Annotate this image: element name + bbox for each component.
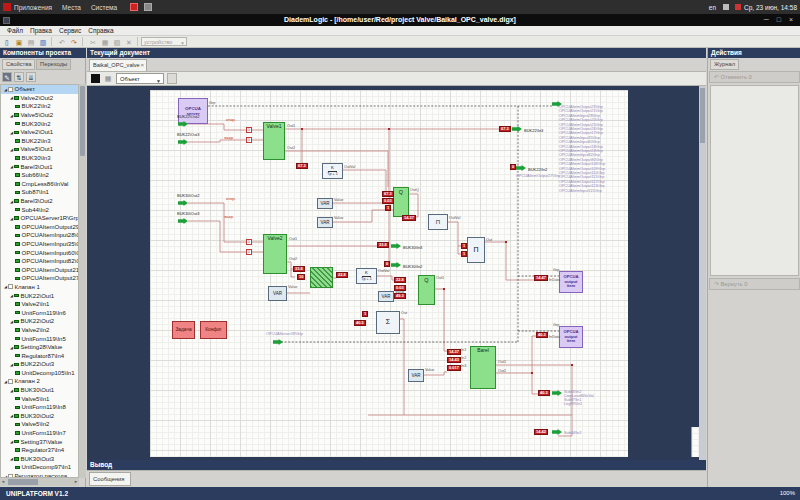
tree-item[interactable]: ◢Setting37\Value xyxy=(1,437,78,446)
tree-horizontal-scrollbar[interactable]: ◄ ► xyxy=(0,478,79,486)
tree-item[interactable]: ◢BUK30\Out3 xyxy=(1,455,78,464)
input-port-box[interactable]: 0 xyxy=(246,239,252,245)
edit-mode-icon[interactable]: ✎ xyxy=(2,72,12,82)
block-q2[interactable]: Q xyxy=(418,275,435,305)
tree-item[interactable]: UnitForm119\In6 xyxy=(1,308,78,317)
tree-item[interactable]: BUK30\In3 xyxy=(1,154,78,163)
tree-item[interactable]: ◢Valve2\Out2 xyxy=(1,94,78,103)
desktop-menu-places[interactable]: Места xyxy=(62,4,81,11)
diagram-canvas[interactable]: OPCUAserverValve1KTp + 1QVARVAR⊓ПValve2K… xyxy=(87,86,706,460)
tree-item[interactable]: ◢BUK22\Out2 xyxy=(1,317,78,326)
tree-item[interactable]: UnitDecomp97\In1 xyxy=(1,463,78,472)
redo-icon[interactable]: ↷ xyxy=(69,37,79,47)
block-opcua-server[interactable]: OPCUAserver xyxy=(178,98,208,124)
tree-item[interactable]: ◢BUK30\Out2 xyxy=(1,412,78,421)
tree-item[interactable]: Regulator37\In4 xyxy=(1,446,78,455)
tree-item[interactable]: ◢Клапан 1 xyxy=(1,283,78,292)
tree-item[interactable]: ◢BUK22\Out1 xyxy=(1,291,78,300)
block-opcua-out2[interactable]: OPCUAoutputitem xyxy=(559,326,583,348)
tree-item[interactable]: ◢OPCUAServer1R\Grp xyxy=(1,214,78,223)
tree-item[interactable]: BUK22\In2 xyxy=(1,102,78,111)
block-step1[interactable]: ⊓ xyxy=(428,214,448,230)
desktop-menu-system[interactable]: Система xyxy=(91,4,117,11)
tab-messages[interactable]: Сообщения xyxy=(89,472,131,486)
save-icon[interactable]: ▤ xyxy=(26,37,36,47)
tree-item[interactable]: ◢BUK30\Out1 xyxy=(1,386,78,395)
tree-item[interactable]: OPCUAItemInput60\Grp xyxy=(1,248,78,257)
tree-item[interactable]: ◢Valve5\Out2 xyxy=(1,111,78,120)
block-var2[interactable]: VAR xyxy=(317,217,333,228)
window-title-bar[interactable]: DiademLogic - [/home/user/Red/project Va… xyxy=(0,14,800,26)
tree-item[interactable]: ◢Setting28\Value xyxy=(1,343,78,352)
tab-journal[interactable]: Журнал xyxy=(710,59,739,70)
diagram-page[interactable]: OPCUAserverValve1KTp + 1QVARVAR⊓ПValve2K… xyxy=(150,90,628,457)
new-file-icon[interactable]: ▯ xyxy=(2,37,12,47)
paste-icon[interactable]: ▧ xyxy=(112,37,122,47)
undo-icon[interactable]: ↶ xyxy=(57,37,67,47)
block-var5[interactable]: VAR xyxy=(268,286,287,301)
input-port-box[interactable]: 0 xyxy=(246,137,252,143)
grid-icon[interactable]: ▦ xyxy=(103,74,113,84)
copy-icon[interactable]: ▦ xyxy=(100,37,110,47)
block-q1[interactable]: Q xyxy=(393,187,409,217)
menu-help[interactable]: Справка xyxy=(88,27,114,34)
tree-item[interactable]: OPCUAItemInput35\Grp xyxy=(1,240,78,249)
menu-file[interactable]: Файл xyxy=(7,27,23,34)
block-valve1[interactable]: Valve1 xyxy=(263,122,285,160)
tree-item[interactable]: Valve2\In1 xyxy=(1,300,78,309)
tree-item[interactable]: ◢Объект xyxy=(1,85,78,94)
tree-item[interactable]: CmpLess86\InVal xyxy=(1,180,78,189)
block-sum1[interactable]: Σ xyxy=(376,311,400,334)
collapse-icon[interactable]: ⇊ xyxy=(26,72,36,82)
tree-item[interactable]: ◢Barel3\Out1 xyxy=(1,162,78,171)
scroll-left-icon[interactable]: ◄ xyxy=(1,479,5,484)
sort-icon[interactable]: ⇅ xyxy=(14,72,24,82)
cut-icon[interactable]: ✂ xyxy=(88,37,98,47)
tree-vertical-scrollbar[interactable] xyxy=(79,84,86,478)
tree-item[interactable]: UnitForm119\In5 xyxy=(1,334,78,343)
canvas-vertical-scrollbar[interactable] xyxy=(699,86,706,460)
zoom-level[interactable]: 100% xyxy=(780,487,795,500)
extra-tool-button[interactable] xyxy=(167,73,177,84)
tree-item[interactable]: ◢Valve5\Out1 xyxy=(1,145,78,154)
menu-edit[interactable]: Правка xyxy=(30,27,52,34)
stop-icon[interactable] xyxy=(91,74,100,83)
tree-item[interactable]: Regulator87\In4 xyxy=(1,351,78,360)
tree-item[interactable]: OPCUAItemInput82\Grp xyxy=(1,257,78,266)
object-dropdown[interactable]: Объект ▼ xyxy=(116,73,164,84)
block-pump1[interactable] xyxy=(310,267,333,288)
distro-logo-icon[interactable] xyxy=(3,3,11,11)
block-var3[interactable]: VAR xyxy=(378,291,394,302)
tab-transitions[interactable]: Переходы xyxy=(36,59,71,70)
block-opcua-out1[interactable]: OPCUAoutputitem xyxy=(559,271,583,293)
block-barel[interactable]: Barel xyxy=(470,346,496,389)
tree-item[interactable]: OPCUAItemInput28\Grp xyxy=(1,231,78,240)
document-tab[interactable]: Baikal_OPC_valve × xyxy=(89,59,147,71)
desktop-menu-applications[interactable]: Приложения xyxy=(14,4,52,11)
tab-close-icon[interactable]: × xyxy=(140,60,144,71)
tree-item[interactable]: OPCUAItemOutput29\Grp xyxy=(1,223,78,232)
save-all-icon[interactable]: ▥ xyxy=(38,37,48,47)
clock[interactable]: Ср, 23 июн, 14:58 xyxy=(744,4,797,11)
menu-service[interactable]: Сервис xyxy=(59,27,81,34)
open-file-icon[interactable]: ▣ xyxy=(14,37,24,47)
delete-icon[interactable]: ✕ xyxy=(124,37,134,47)
device-dropdown[interactable]: устройство▼ xyxy=(141,37,187,46)
tree-item[interactable]: BUK30\In2 xyxy=(1,119,78,128)
block-zadacha[interactable]: Задача xyxy=(172,321,195,339)
block-var1[interactable]: VAR xyxy=(317,198,333,209)
redo-bar[interactable]: ↷ Вернуть 0 xyxy=(709,278,800,290)
block-tf1[interactable]: KTp + 1 xyxy=(322,163,343,179)
tree-item[interactable]: OPCUAItemOutput27\Grp xyxy=(1,274,78,283)
tree-item[interactable]: Valve2\In2 xyxy=(1,326,78,335)
launcher-icon[interactable] xyxy=(130,3,138,11)
block-tf2[interactable]: KTp + 1 xyxy=(356,268,377,284)
tree-item[interactable]: ◢Barel3\Out2 xyxy=(1,197,78,206)
window-controls[interactable]: ─ □ × xyxy=(764,14,796,26)
tree-item[interactable]: ◢Valve2\Out1 xyxy=(1,128,78,137)
tree-item[interactable]: Sub87\In1 xyxy=(1,188,78,197)
undo-bar[interactable]: ↶ Отменить 0 xyxy=(709,71,800,83)
scroll-right-icon[interactable]: ► xyxy=(74,479,78,484)
block-prod1[interactable]: П xyxy=(467,237,485,263)
tree-item[interactable]: Valve5\In2 xyxy=(1,420,78,429)
